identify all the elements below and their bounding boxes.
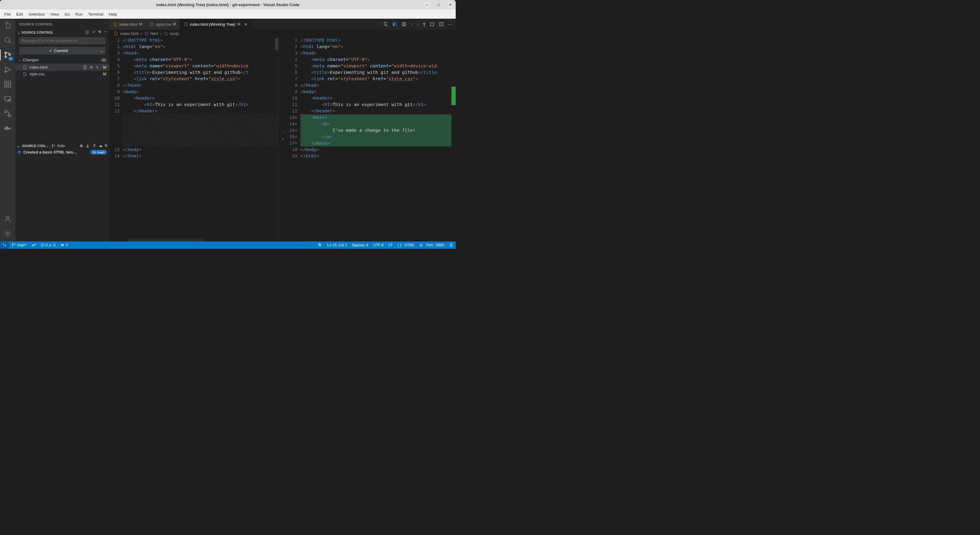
scm-graph-section: ⌄ SOURCE CON… Auto ◎ ☁ ↻ Created a basic… [15,142,109,242]
commit-message: Created a basic HTML tem… [23,150,88,154]
settings-gear-icon[interactable] [3,229,12,238]
changed-file-row[interactable]: style.cssM [15,71,109,77]
whitespace-icon[interactable]: ¶ [423,22,425,27]
menu-selection[interactable]: Selection [26,11,47,18]
ports-icon[interactable] [3,109,12,118]
status-eol[interactable]: LF [386,243,395,247]
split-editor-icon[interactable] [439,22,444,27]
diff-original-pane[interactable]: 1234567891011121314 <!DOCTYPE html><html… [109,37,278,242]
file-status: M [103,72,106,76]
branch-pill[interactable]: ◎ main [90,150,107,154]
auto-label[interactable]: Auto [57,144,65,148]
remote-indicator[interactable] [0,242,9,249]
status-live-server[interactable]: ⊘ Port : 5500 [417,243,447,247]
tab-bar: index.html Mstyle.css Mindex.html (Worki… [109,19,456,30]
diff-modified-pane[interactable]: 12345678910111213+14+15+16+17+1819 <!DOC… [287,37,456,242]
status-language[interactable]: { } HTML [395,243,417,247]
menu-help[interactable]: Help [106,11,119,18]
status-ports[interactable]: 0 [58,243,70,247]
docker-icon[interactable] [3,124,12,133]
sidebar-more-icon[interactable]: ⋯ [102,22,106,26]
horizontal-scrollbar[interactable] [128,238,204,242]
commit-action-icon[interactable]: ✓ [92,30,95,35]
commit-button[interactable]: ✓ Commit [19,47,98,54]
graph-pull-icon[interactable] [86,144,90,148]
editor-more-icon[interactable]: ⋯ [448,22,452,27]
file-icon [23,65,27,69]
status-encoding[interactable]: UTF-8 [371,243,386,247]
breadcrumb-item[interactable]: index.html [120,31,138,36]
go-to-file-icon[interactable] [383,22,388,27]
minimap[interactable] [275,38,278,50]
status-sync[interactable] [29,243,38,247]
graph-cloud-icon[interactable]: ☁ [99,144,102,148]
status-branch[interactable]: main* [9,243,29,247]
changed-file-row[interactable]: index.html↺＋M [15,64,109,71]
compare-icon[interactable] [392,22,397,27]
close-tab-icon[interactable]: ✕ [244,22,247,27]
graph-push-icon[interactable] [92,144,97,148]
next-change-icon[interactable]: ↓ [417,22,419,27]
revert-change-icon[interactable]: → [281,129,285,134]
changes-header[interactable]: ⌄ Changes 2 [15,56,109,64]
status-notifications[interactable] [447,243,456,247]
menu-terminal[interactable]: Terminal [86,11,106,18]
changes-count: 2 [101,58,107,62]
menu-run[interactable]: Run [73,11,85,18]
map-icon[interactable] [430,22,434,27]
svg-point-28 [12,244,13,244]
branch-indicator-icon[interactable] [51,144,56,148]
commit-graph-row[interactable]: Created a basic HTML tem… ◎ main [15,149,109,156]
scm-section-header[interactable]: ⌄ SOURCE CONTROL ✓ ↻ ⋯ [15,29,109,35]
commit-dropdown-button[interactable]: ⌄ [98,47,106,54]
toggle-inline-icon[interactable] [401,22,406,27]
prev-change-icon[interactable]: ↑ [411,22,413,27]
window-maximize-button[interactable]: ▢ [436,2,442,8]
open-file-icon[interactable] [83,65,87,69]
remote-explorer-icon[interactable] [3,95,12,103]
commit-message-input[interactable] [19,37,106,45]
window-close-button[interactable]: ✕ [447,2,453,8]
refresh-icon[interactable]: ↻ [98,30,101,35]
source-control-icon[interactable]: 2 [3,51,12,59]
menu-go[interactable]: Go [62,11,72,18]
sidebar: SOURCE CONTROL ⋯ ⌄ SOURCE CONTROL ✓ ↻ ⋯ … [15,19,109,242]
file-icon [184,22,188,26]
more-icon[interactable]: ⋯ [104,30,108,35]
svg-rect-6 [5,85,7,88]
extensions-icon[interactable] [3,80,12,89]
accounts-icon[interactable] [3,215,12,223]
overview-ruler[interactable] [452,37,456,242]
graph-target-icon[interactable]: ◎ [80,144,83,148]
stage-change-icon[interactable]: ＋ [281,136,285,142]
editor-tab[interactable]: style.css M [146,19,180,30]
scm-graph-header[interactable]: ⌄ SOURCE CON… Auto ◎ ☁ ↻ [15,143,109,149]
status-indentation[interactable]: Spaces: 4 [350,243,371,247]
menu-file[interactable]: File [2,11,13,18]
status-zoom[interactable] [315,243,325,247]
menu-edit[interactable]: Edit [14,11,25,18]
status-problems[interactable]: ⓧ0 ⚠0 [38,243,58,248]
menu-view[interactable]: View [48,11,62,18]
status-cursor-position[interactable]: Ln 13, Col 1 [325,243,350,247]
breadcrumb[interactable]: index.html › ⬡ html › ⬡ body [109,30,456,37]
graph-refresh-icon[interactable]: ↻ [105,144,108,148]
discard-icon[interactable]: ↺ [89,65,93,70]
commit-button-label: Commit [54,48,68,53]
svg-rect-12 [9,115,11,117]
editor-tab[interactable]: index.html M [109,19,146,30]
breadcrumb-item[interactable]: html [151,31,158,36]
breadcrumb-item[interactable]: body [170,31,179,36]
status-branch-name: main* [17,243,27,247]
run-debug-icon[interactable] [3,65,12,74]
explorer-icon[interactable] [3,21,12,30]
window-minimize-button[interactable]: — [424,2,430,8]
error-count: 0 [46,243,48,247]
editor-tab[interactable]: index.html (Working Tree) M✕ [180,19,251,30]
window-controls: — ▢ ✕ [424,2,453,8]
view-tree-icon[interactable] [85,30,89,35]
search-icon[interactable] [3,36,12,45]
chevron-down-icon: ⌄ [17,30,20,35]
file-name: index.html [29,65,48,70]
stage-icon[interactable]: ＋ [95,64,99,70]
